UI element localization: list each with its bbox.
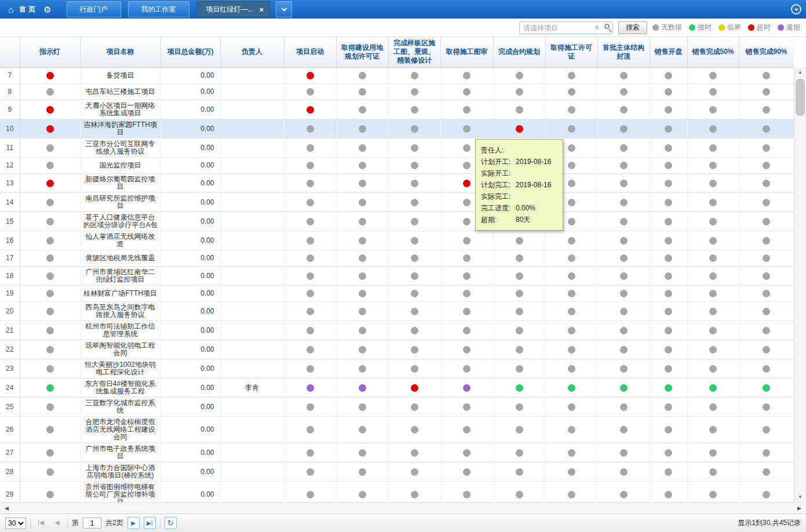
milestone-cell[interactable] (388, 302, 440, 321)
status-dot[interactable] (665, 468, 672, 476)
col-header-8[interactable]: 完成合约规划 (493, 37, 545, 67)
milestone-cell[interactable] (336, 286, 388, 302)
status-dot[interactable] (411, 218, 418, 225)
status-dot[interactable] (411, 144, 418, 152)
page-number-input[interactable] (83, 518, 101, 529)
milestone-cell[interactable] (597, 482, 650, 502)
status-dot[interactable] (463, 218, 471, 225)
status-dot[interactable] (568, 237, 575, 245)
status-dot[interactable] (568, 426, 575, 433)
milestone-cell[interactable] (284, 359, 336, 378)
status-dot[interactable] (709, 346, 717, 354)
status-dot[interactable] (620, 162, 628, 169)
table-row[interactable]: 11三亚市分公司互联网专线接入服务协议0.00 (0, 139, 794, 158)
status-dot[interactable] (411, 384, 418, 392)
status-dot[interactable] (568, 72, 575, 79)
milestone-cell[interactable] (284, 250, 336, 267)
milestone-cell[interactable] (284, 231, 336, 250)
milestone-cell[interactable] (739, 359, 794, 378)
milestone-cell[interactable] (650, 100, 687, 119)
status-dot[interactable] (516, 106, 523, 114)
project-name-cell[interactable]: 仙人掌酒店无线网络改造 (80, 231, 161, 250)
milestone-cell[interactable] (336, 212, 388, 231)
status-dot[interactable] (46, 346, 54, 354)
milestone-cell[interactable] (336, 250, 388, 267)
milestone-cell[interactable] (388, 321, 440, 340)
horizontal-scrollbar[interactable]: ◀ ▶ (0, 502, 806, 513)
status-dot[interactable] (763, 426, 770, 433)
milestone-cell[interactable] (650, 68, 687, 84)
status-dot[interactable] (411, 308, 418, 315)
status-dot[interactable] (46, 468, 54, 476)
status-dot[interactable] (763, 384, 770, 392)
status-dot[interactable] (411, 125, 418, 133)
table-row[interactable]: 28上海市力合国际中心酒店弱电项目(梯控系统)0.00 (0, 462, 794, 482)
milestone-cell[interactable] (687, 482, 739, 502)
status-dot[interactable] (307, 308, 314, 315)
milestone-cell[interactable] (597, 443, 650, 462)
milestone-cell[interactable] (284, 286, 336, 302)
status-dot[interactable] (665, 426, 672, 433)
milestone-cell[interactable] (597, 462, 650, 482)
status-dot[interactable] (463, 426, 471, 433)
status-dot[interactable] (665, 180, 672, 187)
status-dot[interactable] (46, 237, 54, 245)
status-dot[interactable] (763, 327, 770, 334)
status-dot[interactable] (307, 180, 314, 187)
status-dot[interactable] (620, 468, 628, 476)
status-dot[interactable] (709, 272, 717, 280)
status-dot[interactable] (359, 125, 366, 133)
milestone-cell[interactable] (545, 482, 597, 502)
status-dot[interactable] (359, 290, 366, 297)
status-dot[interactable] (763, 88, 770, 96)
status-dot[interactable] (709, 491, 717, 498)
status-dot[interactable] (46, 162, 54, 169)
scroll-left-icon[interactable]: ◀ (2, 505, 11, 511)
milestone-cell[interactable] (336, 231, 388, 250)
search-button[interactable]: 搜索 (618, 21, 647, 34)
status-dot[interactable] (463, 449, 471, 457)
milestone-cell[interactable] (597, 267, 650, 286)
status-dot[interactable] (709, 88, 717, 96)
milestone-cell[interactable] (336, 119, 388, 139)
indicator-cell[interactable] (20, 417, 80, 443)
status-dot[interactable] (411, 290, 418, 297)
status-dot[interactable] (665, 254, 672, 262)
status-dot[interactable] (763, 106, 770, 114)
milestone-cell[interactable] (388, 378, 440, 398)
status-dot[interactable] (665, 125, 672, 133)
status-dot[interactable] (620, 125, 628, 133)
project-name-cell[interactable]: 吉林洋海韵家园FTTH项目 (80, 119, 161, 139)
milestone-cell[interactable] (650, 443, 687, 462)
indicator-cell[interactable] (20, 212, 80, 231)
prev-page-button[interactable]: ◀ (51, 517, 63, 529)
indicator-cell[interactable] (20, 100, 80, 119)
status-dot[interactable] (307, 254, 314, 262)
milestone-cell[interactable] (440, 231, 493, 250)
status-dot[interactable] (411, 199, 418, 206)
status-dot[interactable] (46, 106, 54, 114)
milestone-cell[interactable] (440, 286, 493, 302)
milestone-cell[interactable] (545, 378, 597, 398)
milestone-cell[interactable] (336, 321, 388, 340)
status-dot[interactable] (359, 272, 366, 280)
search-icon[interactable] (604, 24, 610, 29)
status-dot[interactable] (763, 72, 770, 79)
milestone-cell[interactable] (493, 340, 545, 359)
milestone-cell[interactable] (284, 417, 336, 443)
milestone-cell[interactable] (739, 398, 794, 417)
scroll-down-icon[interactable]: ▼ (794, 492, 806, 502)
milestone-cell[interactable] (545, 119, 597, 139)
milestone-cell[interactable] (493, 286, 545, 302)
milestone-cell[interactable] (336, 340, 388, 359)
indicator-cell[interactable] (20, 139, 80, 158)
status-dot[interactable] (568, 449, 575, 457)
milestone-cell[interactable] (493, 231, 545, 250)
status-dot[interactable] (568, 272, 575, 280)
milestone-cell[interactable] (687, 139, 739, 158)
milestone-cell[interactable] (687, 302, 739, 321)
project-name-cell[interactable]: 黄陂区地税局无线覆盖 (80, 250, 161, 267)
status-dot[interactable] (516, 327, 523, 334)
milestone-cell[interactable] (440, 250, 493, 267)
milestone-cell[interactable] (284, 158, 336, 174)
